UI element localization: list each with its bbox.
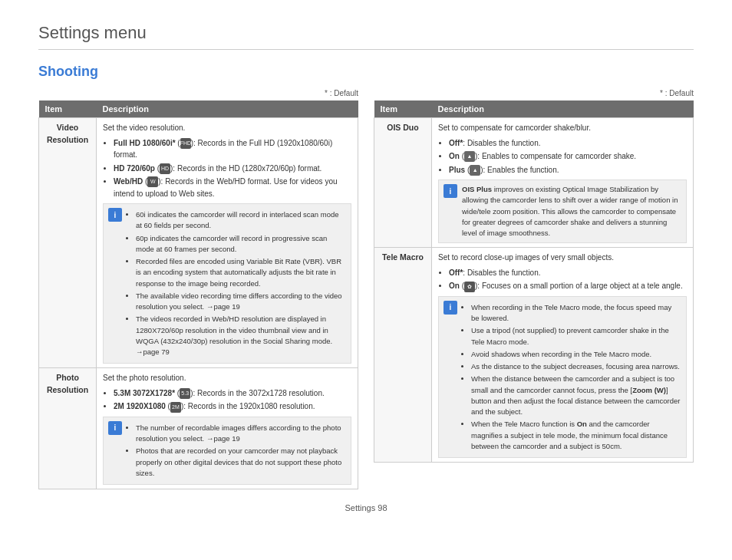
- list-item: On (▲): Enables to compensate for camcor…: [449, 150, 687, 163]
- tele-desc-intro: Set to record close-up images of very sm…: [438, 252, 687, 264]
- left-table-wrap: * : Default Item Description VideoResolu…: [38, 89, 358, 489]
- table-row: VideoResolution Set the video resolution…: [39, 118, 358, 368]
- ois-note-text: OIS Plus improves on existing Optical Im…: [462, 184, 681, 239]
- list-item: Photos that are recorded on your camcord…: [136, 446, 346, 479]
- photo-desc-intro: Set the photo resolution.: [103, 372, 351, 384]
- right-table-wrap: * : Default Item Description OIS Duo Set…: [374, 89, 694, 463]
- list-item: Off*: Disables the function.: [449, 137, 687, 150]
- list-item: 60p indicates the camcorder will record …: [136, 233, 346, 255]
- photo-resolution-item: PhotoResolution: [39, 368, 97, 489]
- list-item: On (✿): Focuses on a small portion of a …: [449, 280, 687, 292]
- video-notes-list: 60i indicates the camcorder will record …: [136, 209, 346, 359]
- note-icon: i: [108, 208, 122, 222]
- list-item: 2M 1920X1080 (2M): Records in the 1920x1…: [114, 400, 351, 413]
- ois-on-icon: ▲: [464, 151, 475, 162]
- list-item: Recorded files are encoded using Variabl…: [136, 256, 346, 289]
- fhd-icon: FHD: [180, 138, 191, 149]
- ois-plus-icon: ▲: [470, 165, 480, 176]
- left-col-item: Item: [39, 100, 97, 118]
- tele-bullets: Off*: Disables the function. On (✿): Foc…: [449, 267, 687, 292]
- webhd-icon: W: [147, 176, 158, 187]
- tele-notes-box: i When recording in the Tele Macro mode,…: [438, 296, 687, 458]
- photo-resolution-desc: Set the photo resolution. 5.3M 3072X1728…: [97, 368, 358, 489]
- video-bullets: Full HD 1080/60i* (FHD): Records in the …: [114, 137, 351, 200]
- ois-duo-item: OIS Duo: [374, 118, 432, 248]
- list-item: 5.3M 3072X1728* (5.3): Records in the 30…: [114, 387, 351, 400]
- 2m-icon: 2M: [170, 402, 181, 413]
- video-resolution-item: VideoResolution: [39, 118, 97, 368]
- tele-macro-item: Tele Macro: [374, 248, 432, 463]
- list-item: HD 720/60p (HD): Records in the HD (1280…: [114, 163, 351, 175]
- page-footer: Settings 98: [38, 503, 694, 512]
- tele-note-icon: i: [443, 301, 457, 315]
- hd-icon: HD: [160, 163, 170, 174]
- left-default-note: * : Default: [38, 89, 358, 97]
- tele-notes-list: When recording in the Tele Macro mode, t…: [471, 302, 681, 453]
- video-resolution-desc: Set the video resolution. Full HD 1080/6…: [97, 118, 358, 368]
- left-table: Item Description VideoResolution Set the…: [38, 100, 358, 489]
- left-col-desc: Description: [97, 100, 358, 118]
- ois-bullets: Off*: Disables the function. On (▲): Ena…: [449, 137, 687, 176]
- list-item: Use a tripod (not supplied) to prevent c…: [471, 325, 681, 348]
- photo-notes-box: i The number of recordable images differ…: [103, 417, 351, 485]
- list-item: The number of recordable images differs …: [136, 423, 346, 445]
- list-item: Avoid shadows when recording in the Tele…: [471, 349, 681, 360]
- list-item: When recording in the Tele Macro mode, t…: [471, 302, 681, 324]
- ois-note-icon: i: [443, 184, 457, 198]
- list-item: Full HD 1080/60i* (FHD): Records in the …: [114, 137, 351, 161]
- tele-on-icon: ✿: [464, 282, 475, 292]
- table-row: Tele Macro Set to record close-up images…: [374, 248, 694, 463]
- list-item: Off*: Disables the function.: [449, 267, 687, 279]
- tables-container: * : Default Item Description VideoResolu…: [38, 89, 694, 489]
- 53m-icon: 5.3: [180, 388, 190, 399]
- ois-duo-desc: Set to compensate for camcorder shake/bl…: [432, 118, 694, 248]
- video-desc-intro: Set the video resolution.: [103, 122, 351, 134]
- note-icon: i: [108, 421, 122, 435]
- list-item: The videos recorded in Web/HD resolution…: [136, 314, 346, 357]
- video-notes-box: i 60i indicates the camcorder will recor…: [103, 203, 351, 364]
- ois-note-box: i OIS Plus improves on existing Optical …: [438, 180, 687, 243]
- list-item: The available video recording time diffe…: [136, 291, 346, 313]
- list-item: As the distance to the subject decreases…: [471, 361, 681, 372]
- photo-bullets: 5.3M 3072X1728* (5.3): Records in the 30…: [114, 387, 351, 413]
- list-item: When the distance between the camcorder …: [471, 374, 681, 417]
- list-item: Web/HD (W): Records in the Web/HD format…: [114, 176, 351, 199]
- list-item: When the Tele Macro function is On and t…: [471, 419, 681, 452]
- right-table: Item Description OIS Duo Set to compensa…: [374, 100, 694, 463]
- page-title: Settings menu: [38, 23, 694, 50]
- table-row: PhotoResolution Set the photo resolution…: [39, 368, 358, 489]
- table-row: OIS Duo Set to compensate for camcorder …: [374, 118, 694, 248]
- right-col-item: Item: [374, 100, 432, 118]
- list-item: Plus (▲): Enables the function.: [449, 164, 687, 176]
- ois-desc-intro: Set to compensate for camcorder shake/bl…: [438, 122, 687, 134]
- section-title: Shooting: [38, 64, 694, 80]
- photo-notes-list: The number of recordable images differs …: [136, 423, 346, 480]
- tele-macro-desc: Set to record close-up images of very sm…: [432, 248, 694, 463]
- list-item: 60i indicates the camcorder will record …: [136, 209, 346, 232]
- right-default-note: * : Default: [374, 89, 694, 97]
- right-col-desc: Description: [432, 100, 694, 118]
